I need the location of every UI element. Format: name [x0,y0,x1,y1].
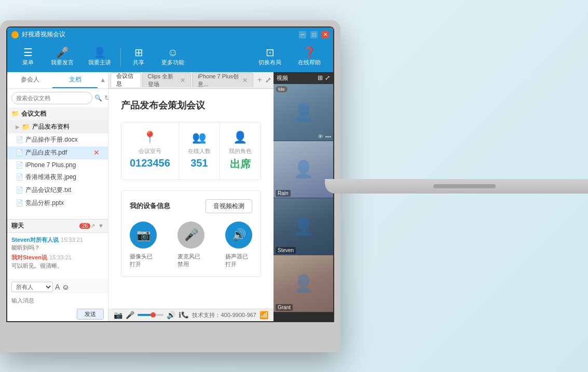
info-icon[interactable]: ℹ [179,311,181,319]
file-item[interactable]: 📄香港维港夜景.jpeg [7,171,108,184]
share-label: 共享 [133,59,144,66]
file-delete-icon[interactable]: ✕ [93,148,100,157]
menu-button[interactable]: ☰ 菜单 [12,47,44,66]
tab-iphone-close[interactable]: ✕ [242,77,248,84]
rain-name: Rain [276,190,291,197]
app-icon [11,31,19,38]
share-button[interactable]: ⊞ 共享 [123,47,154,66]
file-tree: 📁 会议文档 ▶ 📁 产品发布资料 📄产品操作手册.docx📄产品白皮书.pdf… [7,107,108,219]
host-label: 我要主讲 [88,59,111,66]
tab-bar: 会议信息 Clips 全新登场 ✕ iPhone 7 Plus创意... ✕ +… [108,72,274,89]
mic-device: 🎤 麦克风已禁用 [177,222,204,268]
right-video-panel: 视频 ⊞ ⤢ 👤 Me 👁 ••• [274,72,333,321]
subfolder-release[interactable]: ▶ 📁 产品发布资料 [7,120,108,133]
message-sender: Steven对所有人说 [11,237,59,243]
host-button[interactable]: 👤 我要主讲 [81,47,118,66]
message-text: 能听到吗？ [11,244,40,251]
close-button[interactable]: ✕ [322,31,329,38]
main-content: 参会人 文档 ▲ 🔍 ↻ 📁 会议文档 [7,72,333,321]
online-card: 👥 在线人数 351 [179,122,220,180]
detect-button[interactable]: 音视频检测 [206,199,252,213]
chat-target-select[interactable]: 所有人 [11,282,53,292]
menu-icon: ☰ [23,47,33,58]
search-bar: 🔍 ↻ [7,89,108,107]
steven-name: Steven [276,247,296,254]
video-expand-icon[interactable]: ⤢ [325,74,330,81]
file-item[interactable]: 📄产品操作手册.docx [7,133,108,146]
chat-input[interactable] [11,295,104,306]
message-time: 15:33:21 [49,254,72,260]
file-icon: 📄 [16,136,23,143]
file-icon: 📄 [16,186,23,194]
video-grid-icon[interactable]: ⊞ [318,74,323,81]
file-item[interactable]: 📄产品白皮书.pdf✕ [7,146,108,159]
window-controls: ─ □ ✕ [299,31,329,38]
layout-button[interactable]: ⊡ 切换布局 [251,47,289,66]
file-name: 产品白皮书.pdf [25,148,91,157]
triangle-icon: ▶ [16,124,20,130]
tab-clips-label: Clips 全新登场 [148,73,177,88]
video-cell-grant: 👤 Grant [274,255,333,312]
file-item[interactable]: 📄iPhone 7 Plus.png [7,159,108,171]
file-item[interactable]: 📄产品会议纪要.txt [7,184,108,197]
chevron-up-icon[interactable]: ▲ [100,76,106,84]
chat-panel: 聊天 26 ↗ ▼ Steven对所有人说15:33:21能听到吗？我对Stev… [7,219,108,321]
file-icon: 📄 [16,161,23,169]
video-cell-steven: 👤 Steven [274,198,333,255]
speak-button[interactable]: 🎤 我要发言 [44,47,81,66]
chevron-down-icon[interactable]: ▼ [98,223,104,229]
online-label: 在线人数 [187,147,211,155]
eye-icon[interactable]: 👁 [318,133,323,140]
search-input[interactable] [11,92,92,104]
font-icon[interactable]: A [55,283,60,291]
role-value: 出席 [228,157,252,171]
new-tab-button[interactable]: + [254,75,265,85]
tab-docs[interactable]: 文档 [52,72,98,88]
left-tab-bar: 参会人 文档 ▲ [7,72,108,89]
folder-docs[interactable]: 📁 会议文档 [7,107,108,120]
tab-clips-close[interactable]: ✕ [180,77,185,84]
meeting-title: 产品发布会策划会议 [121,99,261,112]
maximize-button[interactable]: □ [310,31,318,38]
tab-meeting-info[interactable]: 会议信息 [111,73,141,87]
tab-iphone[interactable]: iPhone 7 Plus创意... ✕ [192,73,253,87]
minimize-button[interactable]: ─ [299,31,306,38]
file-item[interactable]: 📄竞品分析.pptx [7,197,108,210]
more-video-icon[interactable]: ••• [325,133,331,140]
file-icon: 📄 [16,199,23,206]
room-label: 会议室号 [130,147,170,155]
video-cell-rain: 👤 Rain [274,141,333,198]
more-button[interactable]: ☺ 更多功能 [154,47,192,66]
chat-message: 我对Steven说15:33:21可以听见。很清晰。 [11,254,104,270]
expand-tab-icon[interactable]: ⤢ [265,76,271,84]
camera-status-icon[interactable]: 📷 [114,311,122,319]
grant-name: Grant [276,304,293,311]
mic-status-icon[interactable]: 🎤 [126,311,134,319]
chat-badge: 26 [79,223,90,229]
chat-messages: Steven对所有人说15:33:21能听到吗？我对Steven说15:33:2… [7,233,108,280]
role-card: 👤 我的角色 出席 [220,122,261,180]
message-text: 可以听见。很清晰。 [11,263,63,269]
help-icon: ❓ [303,47,316,58]
speaker-status-icon[interactable]: 🔊 [167,311,175,319]
volume-slider[interactable] [138,314,163,316]
search-icon[interactable]: 🔍 [94,94,102,102]
help-button[interactable]: ❓ 在线帮助 [291,47,328,66]
me-badge: Me [276,86,288,92]
file-icon: 📄 [16,173,23,181]
folder-docs-label: 会议文档 [21,109,46,118]
presenter-icon: 👤 [93,47,106,58]
emoji-icon[interactable]: ☺ [62,283,69,291]
online-icon: 👥 [187,131,211,144]
status-left: 📷 🎤 🔊 ℹ [114,311,181,319]
folder-icon: 📁 [11,110,19,117]
toolbar-divider-1 [120,48,121,66]
center-panel: 会议信息 Clips 全新登场 ✕ iPhone 7 Plus创意... ✕ +… [108,72,274,321]
expand-chat-icon[interactable]: ↗ [90,223,95,229]
chat-send-row: 发送 [7,307,108,321]
send-button[interactable]: 发送 [77,309,104,320]
tab-clips[interactable]: Clips 全新登场 ✕ [142,73,192,87]
camera-icon-circle: 📷 [130,222,157,249]
tab-participants[interactable]: 参会人 [7,72,52,88]
chat-toolbar: 所有人 A ☺ [7,280,108,294]
